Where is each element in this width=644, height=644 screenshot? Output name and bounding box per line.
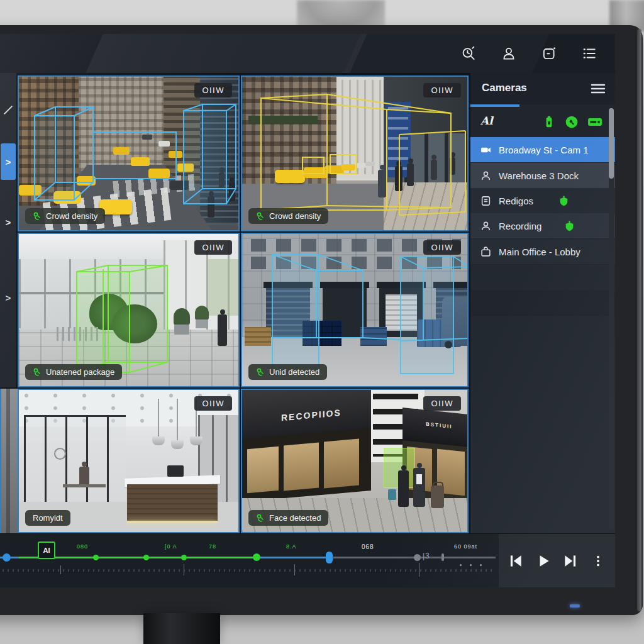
watermark-badge: OIIW — [423, 396, 461, 411]
ruler-tick — [294, 564, 295, 575]
detection-label: Face detected — [248, 510, 328, 526]
skip-previous-button[interactable] — [505, 550, 526, 572]
screen-reflection — [86, 34, 367, 73]
briefcase-icon — [480, 247, 491, 257]
chevron-right-selected-icon[interactable]: > — [1, 143, 16, 180]
sidebar-item-redigos[interactable]: Redigos — [470, 188, 615, 213]
sidebar-item-warehouse-dock[interactable]: Warehouse 3 Dock — [470, 163, 615, 188]
app-topbar — [0, 34, 615, 73]
sidebar-filler — [470, 291, 615, 316]
ai-label: Al — [480, 114, 493, 127]
timeline-label: [0 A — [165, 543, 177, 550]
timeline-label: 080 — [77, 543, 88, 550]
camera-tile-1[interactable]: OIIW Crowd density — [18, 75, 240, 231]
timeline-gray-dot[interactable] — [414, 554, 421, 561]
detection-text: Romyidt — [33, 513, 63, 523]
hamburger-menu-icon[interactable] — [591, 83, 606, 97]
camera-tile-6[interactable]: RECOPIIOS BSTIUII OIIW Face detected — [241, 389, 469, 533]
timeline-label: 60 09at — [454, 543, 477, 550]
camera-item-label: Warehouse 3 Dock — [499, 170, 579, 181]
document-icon — [480, 196, 491, 206]
sidebar-header: Cameras — [470, 73, 615, 104]
timeline-ruler — [3, 569, 493, 572]
timeline-event-dot[interactable] — [93, 555, 99, 560]
monitor-bezel: > > > — [0, 25, 643, 615]
left-toolbar: > > > — [0, 73, 17, 387]
cropped-camera-tile — [0, 389, 19, 533]
sidebar-item-recording[interactable]: Recording — [470, 213, 615, 238]
person-detection-icon — [256, 212, 265, 221]
pen-icon[interactable] — [4, 106, 13, 114]
camera-tile-3[interactable]: OIIW Unatened package — [18, 233, 240, 387]
timeline-label: 78 — [209, 543, 216, 550]
timeline-segment-blue — [259, 557, 330, 558]
cameras-sidebar: Cameras Al — [470, 73, 615, 533]
timeline-minidot — [460, 564, 462, 566]
sidebar-toolbar: Al — [470, 109, 615, 136]
watermark-badge: OIIW — [194, 83, 232, 97]
monitor-stand — [143, 613, 220, 644]
detection-label: Crowd density — [248, 208, 328, 224]
timeline-event-dot[interactable] — [143, 555, 149, 560]
timeline-label: 8.A — [286, 543, 297, 550]
timeline-playhead[interactable] — [326, 552, 333, 564]
calendar-icon[interactable] — [540, 43, 558, 64]
watermark-badge: OIIW — [423, 240, 461, 255]
timeline-event-dot[interactable] — [181, 555, 187, 560]
battery-icon[interactable] — [542, 115, 556, 129]
skip-next-button[interactable] — [560, 550, 581, 572]
sidebar-title: Cameras — [482, 82, 527, 94]
camera-item-label: Main Office - Lobby — [499, 247, 580, 257]
detection-label: Unatened package — [25, 364, 122, 380]
timeline-label: |3 — [423, 552, 430, 560]
detection-text: Face detected — [269, 513, 321, 523]
detection-label: Crowd density — [25, 208, 105, 224]
detection-label: Unid detected — [248, 364, 327, 380]
ruler-tick — [60, 565, 61, 574]
camera-tile-2[interactable]: OIIW Crowd density — [241, 75, 469, 231]
timeline-start-handle[interactable] — [3, 553, 11, 562]
detection-text: Crowd density — [46, 211, 97, 221]
sidebar-item-broadway-cam1[interactable]: Broadway St - Cam 1 — [470, 137, 615, 162]
camera-item-label: Broadway St - Cam 1 — [499, 145, 589, 155]
shield-icon — [558, 196, 569, 206]
monitor-side-edge — [637, 29, 641, 611]
active-tab-indicator — [470, 104, 519, 107]
list-menu-icon[interactable] — [580, 43, 599, 64]
sidebar-scrollbar-thumb[interactable] — [609, 108, 614, 179]
ruler-tick — [184, 564, 184, 575]
user-icon — [480, 170, 491, 181]
playback-controls — [499, 534, 615, 587]
status-circle-icon[interactable] — [565, 115, 579, 129]
sidebar-filler — [470, 265, 615, 290]
detection-text: Unatened package — [46, 367, 114, 377]
person-detection-icon — [33, 368, 42, 377]
kebab-menu-button[interactable] — [587, 550, 609, 572]
timeline-event-dot[interactable] — [253, 553, 260, 561]
detection-text: Crowd density — [269, 211, 321, 221]
photo-of-monitor: > > > — [0, 0, 644, 644]
camera-tile-4[interactable]: OIIW Unid detected — [241, 233, 469, 387]
timeline-minidot — [470, 564, 472, 566]
play-button[interactable] — [533, 550, 554, 572]
chevron-right-icon[interactable]: > — [1, 213, 16, 231]
timeline-tick-pill — [441, 553, 444, 561]
person-detection-icon — [256, 514, 265, 523]
sidebar-item-main-office-lobby[interactable]: Main Office - Lobby — [470, 239, 615, 264]
person-detection-icon — [33, 212, 42, 221]
person-detection-icon — [256, 368, 265, 377]
camera-tile-5[interactable]: OIIW Romyidt — [18, 389, 240, 533]
detection-label: Romyidt — [25, 510, 70, 526]
watermark-badge: OIIW — [194, 240, 232, 255]
chevron-right-icon[interactable]: > — [1, 288, 16, 307]
ruler-tick — [419, 563, 419, 577]
watermark-badge: OIIW — [194, 396, 232, 411]
camera-icon[interactable] — [587, 115, 601, 129]
timeline-minidot — [480, 564, 482, 566]
user-icon[interactable] — [499, 43, 518, 64]
search-clock-icon[interactable] — [459, 43, 478, 64]
timeline-bar[interactable]: AI 080 [0 A 78 8.A 068 |3 60 09at — [0, 533, 615, 587]
timeline-ai-marker[interactable]: AI — [38, 541, 55, 559]
detection-text: Unid detected — [269, 367, 319, 377]
shield-icon — [564, 221, 575, 231]
